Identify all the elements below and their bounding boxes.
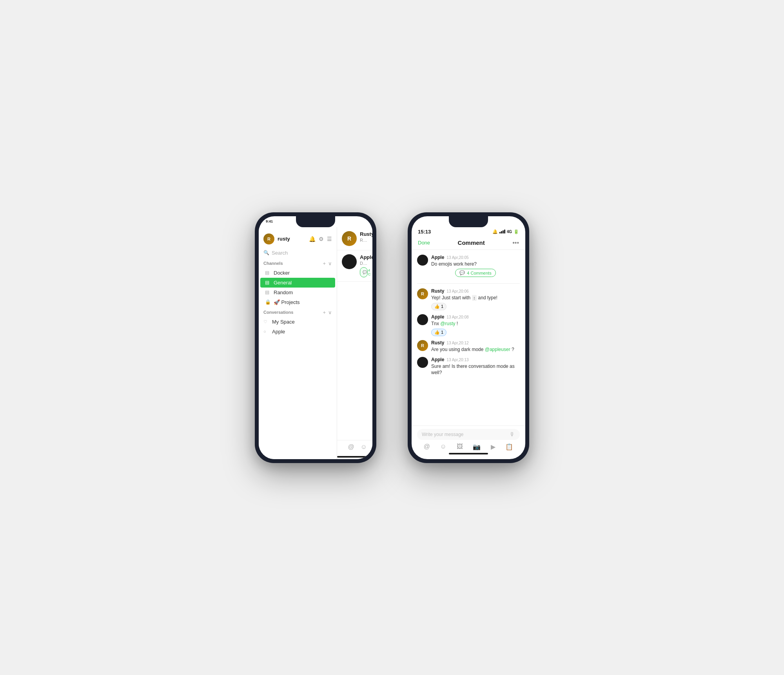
search-placeholder: Search [272, 250, 288, 256]
notch-1 [296, 216, 335, 227]
msg-author-4: Rusty [431, 340, 444, 346]
comment-header: Done Comment ••• [412, 236, 525, 250]
search-row[interactable]: 🔍 Search [259, 248, 337, 258]
chat-item-preview: Do em... [360, 261, 368, 266]
emoji-icon[interactable]: ☺ [361, 443, 367, 451]
sidebar-header: R rusty 🔔 ⚙ ☰ [259, 230, 337, 248]
chat-item-name: Rusty [360, 231, 368, 237]
msg-meta-5: Apple 13 Apr,20:13 [431, 357, 520, 362]
camera-toolbar-icon[interactable]: 📷 [473, 443, 481, 451]
divider [417, 283, 520, 284]
msg-content-3: Apple 13 Apr,20:08 Tnx @rusty ! 👍 1 [431, 314, 520, 336]
mention-rusty: @rusty [440, 321, 455, 326]
image-toolbar-icon[interactable]: 🖼 [457, 443, 463, 451]
msg-text-2: Yep! Just start with : and type! [431, 295, 520, 301]
msg-text-1: Do emojis work here? [431, 261, 520, 268]
msg-time-2: 13 Apr,20:06 [446, 289, 468, 293]
message-apple-1: Apple 13 Apr,20:05 Do emojis work here? … [417, 255, 520, 279]
channel-docker[interactable]: ▤ Docker [260, 268, 335, 278]
sidebar-action-icons: 🔔 ⚙ ☰ [309, 236, 332, 242]
msg-author-2: Rusty [431, 288, 444, 294]
phone1-toolbar: @ ☺ [337, 440, 372, 454]
menu-icon[interactable]: ☰ [327, 236, 332, 242]
chat-item-content: Apple Do em... 💬 4 C [360, 254, 368, 277]
msg-content-4: Rusty 13 Apr,20:12 Are you using dark mo… [431, 340, 520, 353]
message-input-row[interactable]: Write your message 🎙 [417, 429, 520, 440]
channel-projects[interactable]: 🔒 🚀 Projects [260, 297, 335, 307]
channel-hash-icon: ▤ [265, 290, 270, 295]
phone-2: 15:13 🔔 4G 🔋 Done Comment ••• [408, 212, 529, 463]
msg-text-4: Are you using dark mode @appleuser ? [431, 346, 520, 353]
heart-icon: ♡ [263, 319, 269, 324]
mic-icon[interactable]: 🎙 [510, 431, 515, 438]
chat-item-apple[interactable]: Apple Do em... 💬 4 C [337, 250, 372, 282]
more-options-button[interactable]: ••• [512, 239, 519, 246]
scene: 9:41 R rusty 🔔 ⚙ ☰ 🔍 S [231, 189, 553, 487]
channels-label: Channels [263, 261, 283, 266]
message-rusty-2: R Rusty 13 Apr,20:12 Are you using dark … [417, 340, 520, 353]
channel-name: General [274, 280, 292, 286]
comments-badge[interactable]: 💬 4 Comments [455, 269, 495, 277]
avatar-apple-chat [342, 254, 357, 269]
msg-text-5: Sure am! Is there conversation mode as w… [431, 363, 520, 376]
circle-icon: ○ [263, 329, 269, 334]
channel-general[interactable]: ▤ General [260, 278, 335, 288]
bell-icon[interactable]: 🔔 [309, 236, 316, 242]
phone-1: 9:41 R rusty 🔔 ⚙ ☰ 🔍 S [255, 212, 376, 463]
done-button[interactable]: Done [418, 240, 430, 246]
at-icon[interactable]: @ [348, 443, 354, 451]
conv-name: My Space [272, 319, 295, 325]
channel-hash-icon: ▤ [265, 270, 270, 275]
message-input[interactable]: Write your message [422, 432, 506, 437]
avatar-apple-2 [417, 314, 428, 325]
conv-apple[interactable]: ○ Apple [259, 327, 337, 337]
channel-name: 🚀 Projects [274, 299, 300, 305]
channels-add-icon[interactable]: + [323, 261, 326, 266]
sidebar: R rusty 🔔 ⚙ ☰ 🔍 Search Channels [259, 227, 337, 459]
msg-meta-1: Apple 13 Apr,20:05 [431, 255, 520, 260]
avatar-apple-3 [417, 357, 428, 368]
at-toolbar-icon[interactable]: @ [424, 443, 430, 451]
avatar-rusty-1: R [417, 288, 428, 299]
conversations-actions: + ∨ [323, 309, 332, 315]
msg-time-5: 13 Apr,20:13 [446, 358, 468, 362]
avatar-apple-1 [417, 255, 428, 266]
channel-random[interactable]: ▤ Random [260, 288, 335, 297]
battery-icon: 🔋 [514, 229, 519, 234]
msg-time-3: 13 Apr,20:08 [446, 315, 468, 319]
status-time-2: 15:13 [418, 229, 431, 235]
mention-appleuser: @appleuser [485, 347, 510, 352]
msg-author-5: Apple [431, 357, 444, 362]
conversations-collapse-icon[interactable]: ∨ [328, 309, 332, 315]
emoji-toolbar-icon[interactable]: ☺ [440, 443, 446, 451]
msg-meta-3: Apple 13 Apr,20:08 [431, 314, 520, 320]
gear-icon[interactable]: ⚙ [319, 236, 324, 242]
file-toolbar-icon[interactable]: 📋 [505, 443, 513, 451]
conversations-add-icon[interactable]: + [323, 309, 326, 315]
channels-collapse-icon[interactable]: ∨ [328, 261, 332, 266]
reaction-2[interactable]: 👍 1 [431, 329, 446, 336]
reaction-1[interactable]: 👍 1 [431, 303, 446, 310]
status-icons: 🔔 4G 🔋 [492, 229, 519, 234]
message-input-area: Write your message 🎙 @ ☺ 🖼 📷 ▶ 📋 [412, 425, 525, 459]
status-time-1: 9:41 [266, 219, 273, 223]
avatar-rusty-2: R [417, 340, 428, 351]
conversations-label: Conversations [263, 310, 293, 315]
channels-actions: + ∨ [323, 261, 332, 266]
msg-content-5: Apple 13 Apr,20:13 Sure am! Is there con… [431, 357, 520, 376]
msg-time-1: 13 Apr,20:05 [446, 255, 468, 260]
conv-name: Apple [272, 329, 285, 335]
bar1 [499, 232, 501, 233]
comment-title: Comment [458, 239, 485, 246]
home-indicator-1 [337, 456, 372, 458]
search-icon: 🔍 [263, 250, 269, 255]
lock-icon: 🔒 [265, 299, 270, 305]
channel-name: Random [274, 290, 293, 295]
chat-item-name: Apple [360, 254, 368, 260]
video-toolbar-icon[interactable]: ▶ [491, 443, 495, 451]
chat-item-rusty[interactable]: R Rusty Rusty... [337, 227, 372, 250]
message-apple-2: Apple 13 Apr,20:08 Tnx @rusty ! 👍 1 [417, 314, 520, 336]
conv-myspace[interactable]: ♡ My Space [259, 317, 337, 327]
avatar-rusty-chat: R [342, 231, 357, 246]
bell-status-icon: 🔔 [492, 229, 498, 234]
